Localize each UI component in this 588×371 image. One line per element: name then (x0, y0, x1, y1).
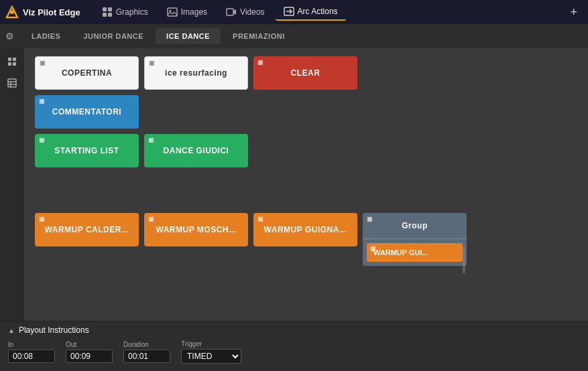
app-logo-icon (5, 5, 19, 19)
duration-label: Duration (123, 341, 170, 348)
ice-resurfacing-button[interactable]: ▣ ice resurfacing (144, 56, 248, 90)
btn-icon-comm: ▣ (39, 98, 46, 104)
dance-giudici-button[interactable]: ▣ DANCE GIUDICI (144, 134, 248, 167)
in-field-group: In (8, 341, 55, 363)
nav-arc-actions[interactable]: Arc Actions (276, 3, 346, 21)
svg-rect-15 (13, 62, 16, 66)
group-header: ▣ Group (363, 213, 467, 239)
tabs-row: ⚙ LADIES JUNIOR DANCE ICE DANCE PREMIAZI… (0, 24, 588, 48)
nav-arc-actions-label: Arc Actions (298, 7, 338, 16)
trigger-select[interactable]: TIMED MANUAL AUTO (181, 349, 241, 364)
sidebar (0, 48, 24, 321)
group-box: ▣ Group ▣ WARMUP GUI... (363, 213, 467, 266)
chevron-up-icon: ▲ (8, 327, 15, 334)
duration-field-group: Duration (123, 341, 170, 363)
svg-rect-12 (8, 58, 11, 61)
svg-rect-16 (8, 79, 16, 87)
svg-rect-8 (227, 9, 233, 15)
arc-icon (284, 6, 294, 17)
trigger-field-group: Trigger TIMED MANUAL AUTO (181, 340, 241, 364)
copertina-button[interactable]: ▣ COPERTINA (35, 56, 139, 90)
nav-images[interactable]: Images (159, 4, 215, 20)
button-row-2: ▣ COMMENTATORI (35, 95, 577, 129)
app-logo: Viz Pilot Edge (5, 5, 80, 19)
clear-button[interactable]: ▣ CLEAR (253, 56, 357, 90)
app-title: Viz Pilot Edge (23, 7, 80, 17)
out-field-group: Out (66, 341, 113, 363)
warmup-mosch-button[interactable]: ▣ WARMUP MOSCH... (144, 213, 248, 246)
scrollbar[interactable] (463, 246, 465, 273)
svg-rect-13 (13, 58, 16, 61)
nav-videos[interactable]: Videos (218, 4, 272, 20)
out-input[interactable] (66, 350, 113, 363)
btn-icon-wm: ▣ (148, 216, 155, 222)
btn-icon-copertina: ▣ (40, 60, 46, 66)
group-header-icon: ▣ (367, 216, 373, 222)
bottom-panel: ▲ Playout Instructions In Out Duration T… (0, 321, 588, 371)
gui-icon: ▣ (370, 245, 376, 252)
svg-point-7 (169, 10, 171, 12)
add-button[interactable]: + (565, 3, 583, 22)
btn-icon-dg: ▣ (148, 137, 155, 143)
sidebar-icon-1[interactable] (4, 54, 20, 70)
svg-rect-2 (103, 7, 107, 11)
btn-icon-wg: ▣ (257, 216, 264, 222)
button-row-3: ▣ STARTING LIST ▣ DANCE GIUDICI (35, 134, 577, 167)
tab-junior-dance[interactable]: JUNIOR DANCE (72, 28, 154, 44)
commentatori-button[interactable]: ▣ COMMENTATORI (35, 95, 139, 129)
nav-images-label: Images (181, 7, 207, 17)
in-label: In (8, 341, 55, 348)
svg-rect-5 (108, 13, 112, 17)
button-row-1: ▣ COPERTINA ▣ ice resurfacing ▣ CLEAR (35, 56, 577, 90)
btn-icon-ice: ▣ (149, 60, 156, 66)
svg-rect-4 (103, 13, 107, 17)
out-label: Out (66, 341, 113, 348)
settings-icon[interactable]: ⚙ (5, 31, 14, 42)
svg-rect-6 (168, 8, 177, 16)
svg-point-1 (10, 10, 14, 14)
group-content: ▣ WARMUP GUI... (363, 239, 467, 266)
trigger-label: Trigger (181, 340, 241, 348)
in-input[interactable] (8, 350, 55, 363)
btn-icon-sl: ▣ (39, 137, 46, 143)
sidebar-tool-icon (7, 56, 17, 67)
image-icon (167, 7, 178, 17)
tab-ice-dance[interactable]: ICE DANCE (156, 28, 221, 44)
main-area: ▣ COPERTINA ▣ ice resurfacing ▣ CLEAR ▣ … (0, 48, 588, 321)
btn-icon-clear: ▣ (257, 59, 264, 66)
nav-graphics[interactable]: Graphics (94, 4, 156, 20)
content-area: ▣ COPERTINA ▣ ice resurfacing ▣ CLEAR ▣ … (24, 48, 588, 321)
grid-icon (102, 7, 113, 17)
warmup-calder-button[interactable]: ▣ WARMUP CALDER... (35, 213, 139, 246)
nav-videos-label: Videos (240, 7, 264, 17)
tab-ladies[interactable]: LADIES (21, 28, 71, 44)
sidebar-list-icon (7, 78, 17, 88)
video-icon (226, 7, 237, 17)
playout-header: ▲ Playout Instructions (8, 325, 580, 335)
tab-premiazioni[interactable]: PREMIAZIONI (222, 28, 296, 44)
spacer (35, 173, 577, 213)
duration-input[interactable] (123, 350, 170, 363)
svg-rect-3 (108, 7, 112, 11)
btn-icon-wc: ▣ (39, 216, 46, 222)
warmup-guigna-button[interactable]: ▣ WARMUP GUIGNA... (253, 213, 357, 246)
nav-graphics-label: Graphics (116, 7, 148, 17)
svg-rect-14 (8, 62, 11, 66)
sidebar-icon-2[interactable] (4, 75, 20, 91)
playout-fields: In Out Duration Trigger TIMED MANUAL AUT… (8, 340, 580, 364)
top-nav-bar: Viz Pilot Edge Graphics Images Videos Ar… (0, 0, 588, 24)
warmup-row: ▣ WARMUP CALDER... ▣ WARMUP MOSCH... ▣ W… (35, 213, 577, 266)
starting-list-button[interactable]: ▣ STARTING LIST (35, 134, 139, 167)
warmup-gui-button[interactable]: ▣ WARMUP GUI... (367, 243, 463, 262)
